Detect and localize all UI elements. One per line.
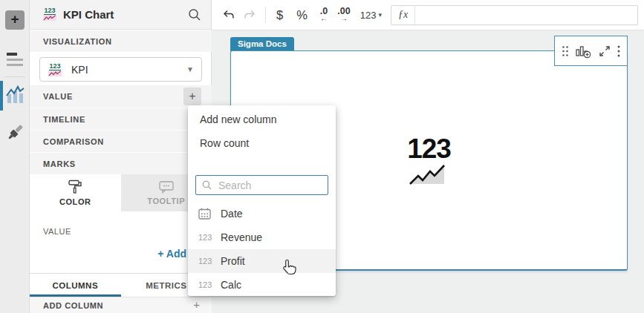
arrow-right-icon: → <box>340 15 348 22</box>
column-label: Revenue <box>221 231 262 243</box>
undo-button[interactable] <box>222 10 235 20</box>
menu-item-calc[interactable]: 123 Calc <box>188 273 336 296</box>
editor-panel: 123 KPI Chart VISUALIZATION 123 <box>30 0 212 313</box>
outline-icon-line <box>7 64 23 66</box>
tab-color[interactable]: COLOR <box>30 174 121 211</box>
decrease-decimal-button[interactable]: .0 ← <box>320 7 328 22</box>
number-type-icon: 123 <box>198 257 212 266</box>
add-column-row[interactable]: ADD COLUMN <box>30 297 212 313</box>
number-format-label: 123 <box>360 10 377 21</box>
kpi-icon-number: 123 <box>44 7 55 15</box>
menu-item-row-count[interactable]: Row count <box>188 131 336 155</box>
element-name-badge[interactable]: Sigma Docs <box>230 37 294 51</box>
kpi-placeholder-number: 123 <box>407 135 451 162</box>
search-icon[interactable] <box>187 7 202 25</box>
add-chart-icon[interactable] <box>575 44 591 59</box>
calendar-icon <box>198 208 218 220</box>
section-timeline[interactable]: TIMELINE <box>30 108 212 130</box>
kpi-chart-icon: 123 <box>42 7 57 21</box>
search-icon <box>201 179 212 191</box>
redo-button[interactable] <box>244 10 256 20</box>
visualization-type-select[interactable]: 123 KPI ▼ <box>39 57 202 82</box>
formula-bar[interactable]: ƒx <box>391 5 638 25</box>
kebab-menu-icon[interactable] <box>617 45 620 58</box>
marks-value-label: VALUE <box>43 227 71 236</box>
add-value-button[interactable]: + <box>183 88 201 105</box>
app-window: + <box>0 0 644 313</box>
menu-item-add-new-column[interactable]: Add new column <box>188 108 336 131</box>
formula-bar-divider <box>414 6 415 24</box>
icon-rail: + <box>0 0 30 313</box>
section-visualization[interactable]: VISUALIZATION <box>30 30 212 52</box>
element-toolbar <box>554 36 628 66</box>
drag-handle-icon[interactable] <box>562 45 569 57</box>
add-value-dropdown: Add new column Row count AGGREGATE COLUM… <box>188 105 336 296</box>
tab-color-label: COLOR <box>59 197 91 206</box>
tooltip-bubble-icon <box>159 181 174 194</box>
percent-format-button[interactable]: % <box>296 8 308 22</box>
outline-icon[interactable] <box>7 53 23 69</box>
add-element-button[interactable]: + <box>5 10 25 30</box>
arrow-left-icon: ← <box>320 15 328 22</box>
outline-icon-line <box>7 59 23 61</box>
panel-header: 123 KPI Chart <box>30 0 211 30</box>
column-search-box[interactable] <box>195 175 328 195</box>
active-tab-indicator <box>0 81 3 111</box>
currency-format-button[interactable]: $ <box>276 8 283 22</box>
tab-tooltip-label: TOOLTIP <box>147 197 185 205</box>
number-type-icon: 123 <box>198 233 212 242</box>
marks-tabs: COLOR TOOLTIP <box>30 174 212 211</box>
format-paintbrush-icon[interactable] <box>6 123 24 145</box>
column-label: Date <box>221 208 243 220</box>
column-search-input[interactable] <box>217 179 328 192</box>
tab-columns[interactable]: COLUMNS <box>30 274 121 297</box>
section-comparison[interactable]: COMPARISON <box>30 131 212 152</box>
column-label: Calc <box>221 279 241 291</box>
rail-divider <box>4 76 25 77</box>
toolbar-divider <box>265 7 266 23</box>
kpi-chart-icon: 123 <box>48 62 62 76</box>
chart-panel-icon[interactable] <box>6 85 25 108</box>
chevron-down-icon: ▾ <box>378 11 382 19</box>
number-format-dropdown[interactable]: 123 ▾ <box>360 10 382 21</box>
add-column-plus-icon[interactable]: + <box>193 298 200 311</box>
kpi-icon-number: 123 <box>49 62 60 70</box>
number-type-icon: 123 <box>198 280 212 289</box>
chevron-down-icon: ▼ <box>186 65 194 73</box>
menu-item-profit[interactable]: 123 Profit <box>188 249 336 273</box>
panel-title: KPI Chart <box>63 8 114 21</box>
add-color-rule-link[interactable]: + Add <box>157 248 186 260</box>
bottom-tabs: COLUMNS METRICS <box>30 273 212 297</box>
increase-decimal-button[interactable]: .00 → <box>337 7 350 22</box>
outline-icon-bar <box>7 53 17 56</box>
fx-icon: ƒx <box>391 9 414 21</box>
expand-icon[interactable] <box>598 45 611 58</box>
viz-select-value: KPI <box>71 64 186 76</box>
paint-roller-icon <box>67 179 83 194</box>
formatting-toolbar: $ % .0 ← .00 → 123 ▾ ƒx <box>212 0 644 30</box>
section-marks[interactable]: MARKS <box>30 153 212 174</box>
menu-item-revenue[interactable]: 123 Revenue <box>188 225 336 249</box>
column-label: Profit <box>221 255 245 267</box>
kpi-placeholder-trend-icon <box>408 163 446 185</box>
menu-item-date[interactable]: Date <box>188 202 336 225</box>
